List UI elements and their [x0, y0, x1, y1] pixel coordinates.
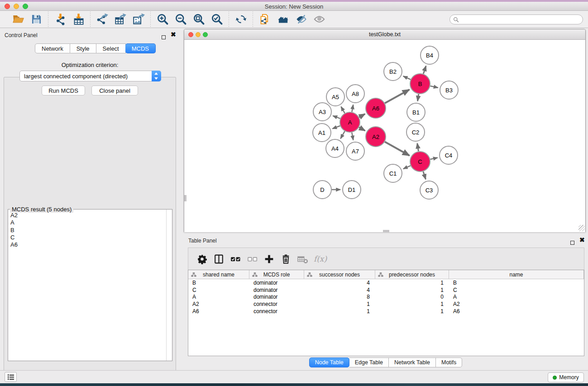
table-close-panel-icon[interactable]: ✖ — [579, 238, 585, 242]
deselect-all-button[interactable] — [244, 251, 261, 267]
column-header-name[interactable]: name — [449, 270, 584, 279]
delete-table-button[interactable] — [294, 251, 311, 267]
edge-A-A6[interactable] — [359, 114, 365, 117]
edge-A-A1[interactable] — [332, 126, 340, 129]
show-eye-button[interactable] — [310, 12, 328, 27]
edge-C-C4[interactable] — [430, 157, 437, 159]
clone-network-button[interactable] — [256, 12, 274, 27]
node-label-A6: A6 — [372, 105, 379, 112]
network-view-window: testGlobe.txt B4B2BB3A8A5A6A3B1AC2A1A2A4… — [184, 29, 586, 232]
edge-A-A8[interactable] — [352, 105, 353, 112]
attribute-type-icon — [307, 272, 312, 277]
edge-A-A2[interactable] — [359, 127, 365, 131]
close-panel-icon[interactable]: ✖ — [171, 33, 176, 37]
mcds-result-item[interactable]: A6 — [10, 241, 172, 248]
export-image-button[interactable] — [129, 12, 148, 27]
column-header-shared-name[interactable]: shared name — [188, 270, 249, 279]
show-panels-button[interactable] — [5, 372, 17, 382]
column-pane-button[interactable] — [210, 251, 227, 267]
import-network-button[interactable] — [51, 12, 69, 27]
column-header-successor-nodes[interactable]: successor nodes — [304, 270, 375, 279]
canvas-vertical-scroll-nub[interactable] — [184, 195, 186, 201]
run-mcds-button[interactable]: Run MCDS — [42, 86, 85, 95]
edge-C-C2[interactable] — [417, 143, 419, 152]
cell-MCDS-role: connector — [249, 301, 304, 307]
edge-C-C3[interactable] — [423, 172, 425, 179]
table-row[interactable]: A2connector11A2 — [188, 300, 584, 308]
import-table-icon — [72, 13, 85, 25]
export-table-icon — [115, 13, 127, 25]
edge-B-B1[interactable] — [418, 94, 419, 101]
optimization-criterion-select[interactable]: largest connected component (directed) — [19, 71, 161, 81]
window-resize-grip[interactable] — [578, 225, 585, 231]
zoom-out-button[interactable] — [172, 12, 190, 27]
canvas-horizontal-scroll-nub[interactable] — [383, 230, 389, 232]
edge-A-A4[interactable] — [340, 131, 344, 138]
mcds-result-item[interactable]: C — [10, 234, 172, 241]
edge-B-B2[interactable] — [403, 76, 411, 79]
column-label: name — [509, 272, 523, 278]
network-canvas[interactable]: B4B2BB3A8A5A6A3B1AC2A1A2A4A7C4CC1DD1C3 — [184, 40, 585, 232]
edge-A2-C[interactable] — [385, 142, 409, 156]
tab-edge-table[interactable]: Edge Table — [349, 357, 389, 367]
search-field[interactable] — [449, 14, 583, 24]
mcds-result-item[interactable]: B — [10, 227, 172, 234]
tab-mcds[interactable]: MCDS — [125, 43, 156, 53]
refresh-button[interactable] — [232, 12, 250, 27]
network-graph[interactable]: B4B2BB3A8A5A6A3B1AC2A1A2A4A7C4CC1DD1C3 — [184, 40, 585, 232]
search-input[interactable] — [459, 15, 583, 24]
mcds-result-item[interactable]: A — [10, 219, 172, 226]
import-table-button[interactable] — [69, 12, 87, 27]
edge-A-A5[interactable] — [341, 107, 344, 113]
float-panel-icon[interactable] — [162, 33, 166, 41]
edge-A-A7[interactable] — [352, 133, 353, 140]
export-network-button[interactable] — [93, 12, 111, 27]
open-file-button[interactable] — [9, 12, 27, 27]
table-row[interactable]: Cdominator41C — [188, 286, 584, 294]
close-panel-button[interactable]: Close panel — [91, 86, 138, 95]
edge-B-B4[interactable] — [423, 66, 426, 74]
edge-B-B3[interactable] — [430, 86, 438, 88]
delete-column-button[interactable] — [277, 251, 294, 267]
node-label-B1: B1 — [412, 109, 420, 116]
tab-network-table[interactable]: Network Table — [389, 357, 436, 367]
table-float-panel-icon[interactable] — [570, 238, 574, 247]
mcds-result-scrollbar[interactable] — [166, 210, 167, 361]
function-builder-button[interactable]: f(x) — [311, 251, 328, 267]
memory-button[interactable]: Memory — [548, 372, 584, 382]
toolbar-separator — [253, 12, 253, 27]
dropdown-stepper-icon — [152, 71, 161, 81]
select-all-button[interactable] — [227, 251, 244, 267]
table-row[interactable]: Bdominator41B — [188, 279, 584, 286]
zoom-fit-button[interactable] — [190, 12, 208, 27]
column-header-MCDS-role[interactable]: MCDS role — [249, 270, 304, 279]
show-eye-icon — [313, 13, 325, 25]
toolbar-separator — [229, 12, 229, 27]
edge-A6-B[interactable] — [385, 90, 409, 103]
cell-MCDS-role: connector — [249, 308, 304, 315]
network-window-title: testGlobe.txt — [184, 31, 585, 38]
edge-A-A3[interactable] — [333, 116, 340, 119]
table-row[interactable]: Adominator80A — [188, 293, 584, 300]
table-row[interactable]: A6connector11A6 — [188, 308, 584, 315]
gear-button[interactable] — [194, 251, 210, 267]
column-header-predecessor-nodes[interactable]: predecessor nodes — [375, 270, 449, 279]
zoom-selected-button[interactable] — [208, 12, 226, 27]
cell-shared-name: A2 — [188, 301, 249, 307]
save-session-button[interactable] — [27, 12, 45, 27]
edge-C-C1[interactable] — [403, 166, 411, 169]
tab-motifs[interactable]: Motifs — [436, 357, 462, 367]
tab-select[interactable]: Select — [96, 43, 126, 53]
tab-style[interactable]: Style — [70, 43, 96, 53]
export-table-button[interactable] — [111, 12, 129, 27]
node-label-D: D — [320, 186, 324, 193]
home-button[interactable] — [274, 12, 292, 27]
network-window-titlebar[interactable]: testGlobe.txt — [184, 29, 585, 40]
tab-node-table[interactable]: Node Table — [309, 357, 349, 367]
zoom-in-button[interactable] — [153, 12, 172, 27]
cell-name: A6 — [449, 308, 481, 315]
hide-panel-button[interactable] — [292, 12, 310, 27]
mcds-result-item[interactable]: A2 — [10, 212, 172, 219]
tab-network[interactable]: Network — [35, 43, 70, 53]
add-column-button[interactable] — [261, 251, 277, 267]
